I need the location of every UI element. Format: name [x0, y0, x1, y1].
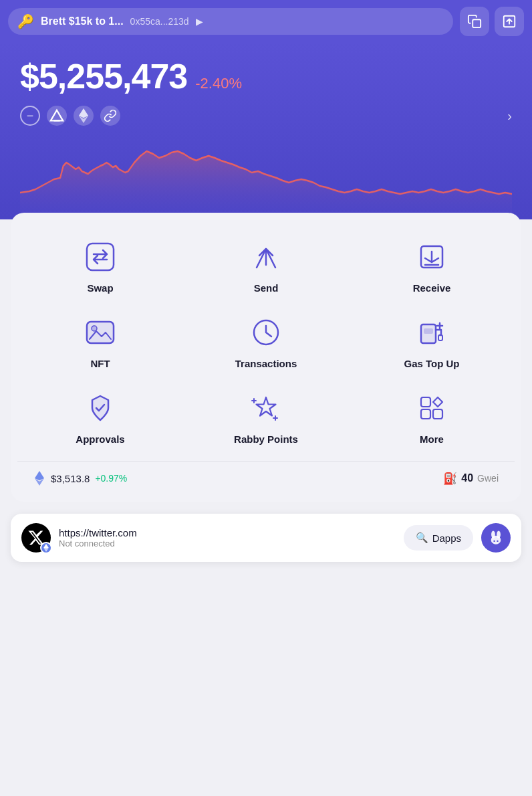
gas-top-up-button[interactable]: Gas Top Up — [349, 307, 515, 383]
chains-expand-arrow[interactable]: › — [507, 108, 512, 124]
wallet-selector[interactable]: 🔑 Brett $15k to 1... 0x55ca...213d ▶ — [8, 8, 453, 35]
nft-icon — [82, 314, 119, 351]
gas-top-up-label: Gas Top Up — [404, 358, 459, 369]
connection-status: Not connected — [59, 538, 396, 549]
rabbit-icon — [487, 529, 505, 546]
svg-point-32 — [497, 540, 498, 542]
send-label: Send — [254, 282, 279, 294]
receive-button[interactable]: Receive — [349, 231, 515, 307]
hero-section: $5,255,473 -2.40% − › — [0, 43, 532, 219]
transactions-icon — [247, 314, 285, 351]
approvals-icon — [82, 389, 119, 427]
transactions-button[interactable]: Transactions — [183, 307, 349, 383]
nft-button[interactable]: NFT — [17, 307, 183, 383]
svg-marker-4 — [79, 108, 88, 118]
svg-rect-21 — [421, 397, 430, 407]
dapp-info: https://twitter.com Not connected — [59, 527, 396, 549]
header-actions — [460, 7, 524, 36]
rabby-points-label: Rabby Points — [234, 433, 298, 445]
gas-top-up-icon — [413, 314, 450, 351]
balance-row: $5,255,473 -2.40% — [20, 56, 512, 96]
gas-pump-icon: ⛽ — [443, 472, 457, 486]
eth-badge — [40, 542, 52, 554]
chevron-right-icon: ▶ — [196, 16, 203, 27]
balance-amount: $5,255,473 — [20, 56, 187, 96]
svg-marker-26 — [43, 544, 49, 549]
more-icon — [413, 389, 450, 427]
svg-rect-6 — [87, 243, 114, 270]
svg-rect-16 — [424, 328, 433, 334]
copy-button[interactable] — [460, 7, 489, 36]
send-icon — [247, 238, 285, 276]
transactions-label: Transactions — [235, 358, 297, 369]
svg-rect-22 — [421, 409, 430, 419]
price-chart — [20, 132, 512, 219]
svg-marker-2 — [51, 110, 63, 121]
link-icon[interactable] — [100, 106, 120, 126]
svg-rect-0 — [473, 19, 481, 27]
more-label: More — [420, 433, 444, 445]
send-button[interactable]: Send — [183, 231, 349, 307]
approvals-label: Approvals — [76, 433, 124, 445]
approvals-button[interactable]: Approvals — [17, 383, 183, 458]
svg-point-10 — [92, 326, 97, 331]
receive-label: Receive — [413, 282, 451, 294]
dapp-url: https://twitter.com — [59, 527, 396, 538]
wallet-address: 0x55ca...213d — [130, 16, 189, 27]
avax-icon[interactable] — [47, 106, 67, 126]
receive-icon — [413, 238, 450, 276]
balance-change: -2.40% — [195, 75, 242, 92]
dapps-button[interactable]: 🔍 Dapps — [404, 525, 473, 551]
nft-label: NFT — [90, 358, 110, 369]
rabby-button[interactable] — [481, 523, 511, 553]
dapps-label: Dapps — [432, 532, 461, 544]
gas-price-section: ⛽ 40 Gwei — [443, 472, 499, 486]
header-bar: 🔑 Brett $15k to 1... 0x55ca...213d ▶ — [0, 0, 532, 43]
svg-rect-9 — [87, 322, 114, 343]
eth-price-icon — [33, 471, 45, 486]
search-icon: 🔍 — [416, 532, 428, 544]
action-grid: Swap Send Receive — [17, 231, 515, 458]
rabby-points-button[interactable]: Rabby Points — [183, 383, 349, 458]
svg-marker-24 — [35, 471, 44, 480]
key-icon: 🔑 — [17, 13, 34, 29]
eth-price-section: $3,513.8 +0.97% — [33, 471, 127, 486]
eth-price-value: $3,513.8 — [51, 473, 90, 484]
wallet-name: Brett $15k to 1... — [41, 15, 124, 27]
svg-point-29 — [491, 530, 495, 538]
status-bar: $3,513.8 +0.97% ⛽ 40 Gwei — [17, 461, 515, 495]
swap-label: Swap — [87, 282, 113, 294]
swap-button[interactable]: Swap — [17, 231, 183, 307]
svg-point-31 — [493, 540, 495, 542]
svg-point-30 — [497, 530, 501, 538]
export-button[interactable] — [495, 7, 524, 36]
bottom-bar: https://twitter.com Not connected 🔍 Dapp… — [11, 514, 521, 562]
swap-icon — [82, 238, 119, 276]
rabby-points-icon — [247, 389, 285, 427]
action-card: Swap Send Receive — [11, 213, 521, 502]
minus-icon[interactable]: − — [20, 106, 40, 126]
chain-icons-row: − › — [20, 106, 512, 126]
gas-value: 40 — [461, 472, 473, 484]
eth-price-change: +0.97% — [95, 473, 127, 484]
more-button[interactable]: More — [349, 383, 515, 458]
gas-unit: Gwei — [477, 473, 499, 484]
dapp-avatar — [21, 523, 51, 553]
eth-icon[interactable] — [74, 106, 94, 126]
svg-rect-23 — [433, 409, 442, 419]
